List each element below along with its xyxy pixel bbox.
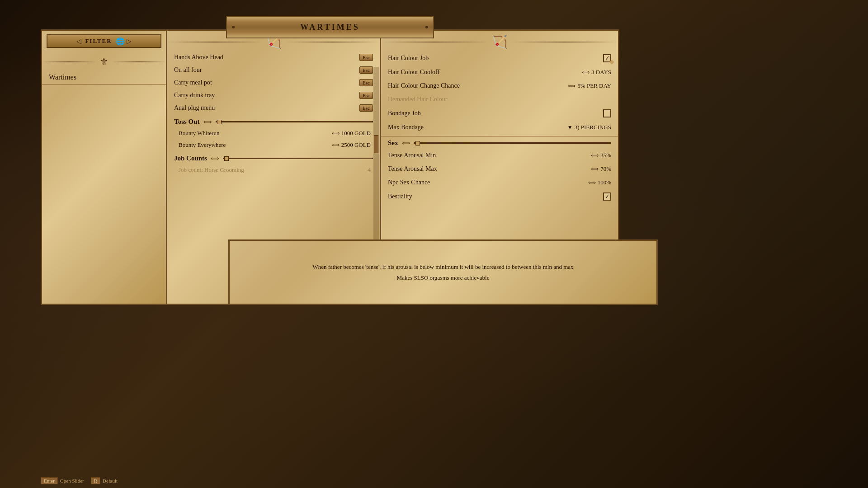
npc-sex-chance-item[interactable]: Npc Sex Chance ⟺ 100% [381,176,618,189]
sex-section-header: Sex ⟺ [381,136,618,149]
bestiality-checkbox[interactable]: ✓ [603,192,611,201]
menu-label-meal: Carry meal pot [174,79,212,86]
toss-out-arrows-icon: ⟺ [203,118,212,126]
dropdown-arrow-icon: ▼ [567,124,573,131]
job-counts-label: Job Counts [174,155,207,162]
bottom-description-line2: Makes SLSO orgasms more achievable [397,272,490,283]
main-window: WARTIMES ◁ FILTER 🌐 ▷ ⚜ War [41,16,619,305]
tense-min-arrows: ⟺ [591,152,599,159]
menu-label-four: On all four [174,66,202,74]
footer-r-label: Default [103,478,118,483]
sex-slider-handle[interactable] [415,141,420,145]
filter-label: FILTER [85,38,112,45]
sex-arrows-icon: ⟺ [402,140,410,147]
bounty-everywhere-value: ⟺ 2500 GOLD [332,141,371,149]
bounty-whiterun-label: Bounty Whiterun [179,130,219,137]
job-counts-arrows-icon: ⟺ [211,155,219,162]
menu-item-carry-meal[interactable]: Carry meal pot Esc [167,76,380,89]
menu-item-anal-plug[interactable]: Anal plug menu Esc [167,102,380,114]
hair-colour-change-chance-label: Hair Colour Change Chance [388,82,460,89]
hair-colour-job-item[interactable]: Hair Colour Job ✓ [381,51,618,66]
deco-ornament-left: ⚜ [96,56,112,68]
bestiality-label: Bestiality [388,193,412,200]
footer-r-key: R [91,477,100,484]
filter-icons: 🌐 ▷ [116,37,132,46]
tense-arousal-min-item[interactable]: Tense Arousal Min ⟺ 35% [381,149,618,162]
key-badge-1: Esc [359,54,373,61]
left-panel-deco: ⚜ [42,52,166,70]
job-count-horse-item: Job count: Horse Grooming 4 [167,164,380,176]
bondage-job-label: Bondage Job [388,110,421,117]
demanded-hair-colour-item: Demanded Hair Colour [381,93,618,106]
hair-colour-change-chance-value: ⟺ 5% PER DAY [568,82,611,89]
title-bar: WARTIMES [226,16,434,38]
footer-bar: Enter Open Slider R Default [41,477,118,484]
menu-label-anal: Anal plug menu [174,104,215,112]
tense-arousal-max-item[interactable]: Tense Arousal Max ⟺ 70% [381,162,618,176]
toss-out-slider-handle[interactable] [217,120,222,124]
key-badge-4: Esc [359,92,373,99]
bounty-whiterun-arrows: ⟺ [332,130,340,137]
toss-out-label: Toss Out [174,118,200,126]
tense-arousal-max-label: Tense Arousal Max [388,165,437,173]
scroll-diamond-top[interactable]: ◆ [609,58,614,66]
demanded-hair-colour-label: Demanded Hair Colour [388,96,447,103]
bestiality-value: ✓ [603,192,611,201]
hair-colour-cooloff-label: Hair Colour Cooloff [388,69,439,76]
bounty-everywhere-item[interactable]: Bounty Everywhere ⟺ 2500 GOLD [167,139,380,151]
filter-left-arrow: ◁ [76,38,81,45]
bounty-everywhere-label: Bounty Everywhere [179,141,226,149]
max-bondage-item[interactable]: Max Bondage ▼ 3) PIERCINGS [381,121,618,134]
left-panel: ◁ FILTER 🌐 ▷ ⚜ Wartimes [41,29,167,305]
key-badge-5: Esc [359,104,373,112]
job-counts-section-header: Job Counts ⟺ [167,151,380,164]
hair-colour-change-chance-item[interactable]: Hair Colour Change Chance ⟺ 5% PER DAY [381,79,618,93]
bondage-job-checkbox[interactable] [603,109,611,117]
npc-sex-chance-value: ⟺ 100% [588,179,611,186]
filter-right-arrow: ▷ [127,38,132,45]
menu-item-on-all-four[interactable]: On all four Esc [167,64,380,76]
filter-bar[interactable]: ◁ FILTER 🌐 ▷ [47,34,161,48]
bottom-description-line1: When father becomes 'tense', if his arou… [312,262,573,272]
bounty-everywhere-arrows: ⟺ [332,142,340,149]
tense-arousal-max-value: ⟺ 70% [591,165,611,173]
sex-label: Sex [388,139,398,147]
max-bondage-label: Max Bondage [388,124,424,131]
max-bondage-value: ▼ 3) PIERCINGS [567,124,611,131]
tense-max-arrows: ⟺ [591,166,599,173]
toss-out-slider[interactable] [216,121,373,122]
hair-colour-job-label: Hair Colour Job [388,55,429,62]
key-badge-2: Esc [359,66,373,74]
change-chance-arrows: ⟺ [568,83,576,89]
tense-arousal-min-value: ⟺ 35% [591,152,611,159]
bounty-whiterun-item[interactable]: Bounty Whiterun ⟺ 1000 GOLD [167,127,380,139]
bounty-whiterun-value: ⟺ 1000 GOLD [332,130,371,137]
footer-r-item: R Default [91,477,118,484]
job-count-horse-label: Job count: Horse Grooming [179,166,244,174]
toss-out-section-header: Toss Out ⟺ [167,114,380,127]
menu-item-hands-above-head[interactable]: Hands Above Head Esc [167,51,380,64]
footer-enter-item: Enter Open Slider [41,477,84,484]
window-title: WARTIMES [300,23,359,32]
filter-globe-icon: 🌐 [116,37,125,46]
tense-arousal-min-label: Tense Arousal Min [388,152,436,159]
job-count-horse-value: 4 [368,166,371,174]
middle-scroll-thumb[interactable] [374,135,378,153]
footer-enter-label: Open Slider [60,478,84,483]
menu-item-carry-drink[interactable]: Carry drink tray Esc [167,89,380,102]
npc-sex-chance-label: Npc Sex Chance [388,179,430,186]
bestiality-item[interactable]: Bestiality ✓ [381,189,618,204]
menu-label-drink: Carry drink tray [174,92,215,99]
sex-slider[interactable] [414,142,612,144]
hair-colour-cooloff-value: ⟺ 3 DAYS [582,69,611,76]
left-panel-title: Wartimes [42,70,166,84]
deco-ornament-right: 🏹 [488,34,511,49]
menu-label-hands: Hands Above Head [174,54,223,61]
job-counts-slider-handle[interactable] [224,156,229,161]
hair-colour-cooloff-item[interactable]: Hair Colour Cooloff ⟺ 3 DAYS [381,66,618,79]
key-badge-3: Esc [359,79,373,86]
job-counts-slider[interactable] [223,158,373,159]
bondage-job-item[interactable]: Bondage Job [381,106,618,121]
bondage-job-value [603,109,611,117]
cooloff-arrows: ⟺ [582,69,590,76]
